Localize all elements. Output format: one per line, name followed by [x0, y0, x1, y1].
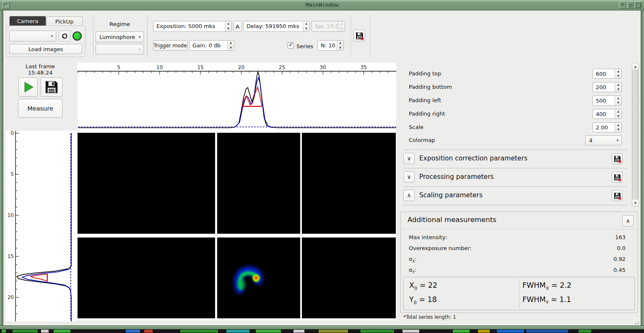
- measurement-value: 0.92: [592, 256, 626, 262]
- padding-right-spinbox[interactable]: 400 ▲▼: [592, 109, 622, 119]
- spin-down-icon[interactable]: ▼: [228, 46, 234, 51]
- spin-down-icon[interactable]: ▼: [615, 87, 621, 92]
- trigger-mode-button[interactable]: Trigger mode: [153, 40, 187, 51]
- tab-camera[interactable]: Camera: [9, 16, 46, 26]
- regime-combo[interactable]: Luminophore ▾: [96, 31, 144, 42]
- fwhm-x-value: FWHMX = 2.2: [522, 281, 571, 291]
- padding-bottom-spinbox[interactable]: 200 ▲▼: [592, 82, 622, 92]
- chevron-down-icon: ▾: [614, 138, 621, 142]
- y-profile-plot: 05101520: [6, 131, 77, 321]
- close-button[interactable]: ✕: [619, 1, 626, 9]
- colormap-combo[interactable]: 4 ▾: [585, 135, 622, 145]
- save-section-button[interactable]: [612, 153, 623, 164]
- spin-up-icon[interactable]: ▲: [303, 21, 309, 26]
- spin-down-icon[interactable]: ▼: [225, 26, 231, 31]
- chevron-down-icon: ▾: [48, 34, 56, 38]
- measurement-label: Overexposure number:: [409, 245, 472, 253]
- beam-spot-image: [217, 237, 300, 318]
- refresh-button[interactable]: [59, 31, 70, 41]
- toolbar-separator: [93, 15, 93, 57]
- spin-down-icon[interactable]: ▼: [615, 74, 621, 78]
- auto-exposition-button[interactable]: A: [233, 21, 242, 32]
- save-section-button[interactable]: [612, 172, 623, 183]
- play-button[interactable]: [18, 77, 38, 97]
- spin-arrows: ▲▼: [338, 21, 345, 31]
- regime-label: Regime: [96, 21, 144, 27]
- spin-arrows[interactable]: ▲▼: [615, 96, 621, 105]
- maximize-button[interactable]: [634, 1, 641, 9]
- save-icon: [613, 155, 621, 163]
- spin-up-icon[interactable]: ▲: [615, 109, 621, 114]
- series-checkbox[interactable]: ✓: [288, 42, 294, 49]
- spin-down-icon[interactable]: ▼: [303, 26, 309, 31]
- svg-text:15: 15: [197, 65, 203, 70]
- save-settings-button[interactable]: [353, 30, 365, 41]
- spin-up-icon[interactable]: ▲: [337, 41, 343, 46]
- param-label: Scale: [409, 124, 423, 130]
- spin-arrows[interactable]: ▲▼: [337, 41, 343, 50]
- camera-image-panel: [302, 133, 396, 234]
- spin-arrows[interactable]: ▲▼: [615, 109, 621, 119]
- section-divider: [403, 150, 627, 150]
- spin-up-icon[interactable]: ▲: [228, 41, 234, 46]
- measurement-value: 163: [592, 234, 626, 240]
- spin-up-icon[interactable]: ▲: [615, 96, 621, 101]
- spin-arrows[interactable]: ▲▼: [227, 41, 234, 50]
- camera-image-panel: [217, 133, 300, 234]
- spin-down-icon[interactable]: ▼: [615, 114, 621, 119]
- load-images-button[interactable]: Load images: [9, 44, 82, 54]
- window-border-bottom: [0, 325, 644, 329]
- spin-arrows[interactable]: ▲▼: [225, 21, 231, 31]
- resize-grip[interactable]: [634, 321, 640, 325]
- spin-arrows[interactable]: ▲▼: [303, 21, 309, 31]
- spin-down-icon[interactable]: ▼: [337, 46, 343, 51]
- tab-pickup[interactable]: PickUp: [46, 16, 83, 26]
- save-icon: [44, 80, 59, 95]
- spin-arrows[interactable]: ▲▼: [615, 69, 621, 78]
- padding-left-spinbox[interactable]: 500 ▲▼: [592, 96, 622, 106]
- spin-arrows[interactable]: ▲▼: [615, 83, 621, 92]
- window-border-right[interactable]: [641, 10, 644, 329]
- exposition-spinbox[interactable]: Exposition: 5000 mks ▲▼: [153, 21, 232, 32]
- spin-up-icon[interactable]: ▲: [615, 83, 621, 87]
- window-border-left[interactable]: [0, 10, 3, 329]
- chevron-up-icon: ∧: [407, 192, 411, 199]
- spin-arrows[interactable]: ▲▼: [615, 123, 621, 132]
- spin-up-icon[interactable]: ▲: [615, 69, 621, 74]
- param-label: Colormap: [409, 137, 435, 143]
- spin-up-icon[interactable]: ▲: [225, 21, 231, 26]
- scroll-up-icon[interactable]: ▲: [632, 63, 639, 70]
- expand-exposition-correction-button[interactable]: ∨: [403, 153, 415, 164]
- padding-top-spinbox[interactable]: 600 ▲▼: [592, 69, 622, 79]
- camera-image-panel: [302, 237, 396, 318]
- svg-text:15: 15: [8, 253, 14, 259]
- spin-up-icon[interactable]: ▲: [615, 123, 621, 127]
- save-icon: [355, 31, 364, 40]
- scroll-down-icon[interactable]: ▼: [632, 200, 639, 207]
- delay-spinbox[interactable]: Delay: 591950 mks ▲▼: [243, 21, 310, 32]
- collapse-measurements-button[interactable]: ∧: [622, 215, 634, 227]
- param-label: Padding top: [409, 70, 441, 77]
- device-combo[interactable]: ▾: [9, 31, 56, 41]
- spin-down-icon: ▼: [338, 26, 345, 31]
- series-n-spinbox[interactable]: N: 10 ▲▼: [317, 40, 344, 51]
- titlebar: MainWindow ✕: [0, 0, 644, 10]
- svg-text:10: 10: [156, 65, 163, 70]
- minimize-button[interactable]: [627, 1, 634, 9]
- measure-button[interactable]: Measure: [18, 99, 62, 118]
- save-section-button[interactable]: [612, 190, 623, 201]
- scale-spinbox[interactable]: 2.00 ▲▼: [592, 122, 622, 132]
- svg-text:30: 30: [319, 65, 326, 70]
- params-scrollbar[interactable]: ▲ ▼: [632, 63, 639, 207]
- spin-down-icon[interactable]: ▼: [615, 127, 621, 132]
- svg-text:5: 5: [117, 65, 121, 70]
- play-icon: [22, 81, 34, 93]
- scrollbar-thumb[interactable]: [633, 70, 638, 201]
- collapse-scaling-button[interactable]: ∧: [403, 190, 415, 201]
- expand-processing-button[interactable]: ∨: [403, 171, 415, 183]
- camera-status-indicator: [73, 31, 82, 41]
- spin-down-icon[interactable]: ▼: [615, 101, 621, 105]
- divider: [402, 229, 636, 230]
- gain-spinbox[interactable]: Gain: 0 db ▲▼: [189, 40, 234, 51]
- save-frame-button[interactable]: [41, 77, 62, 97]
